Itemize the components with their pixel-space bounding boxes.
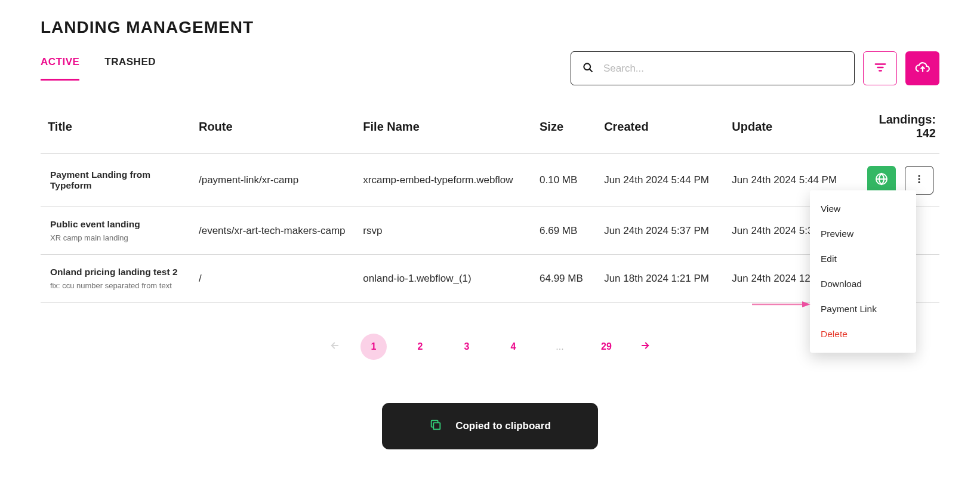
arrow-annotation-icon bbox=[752, 300, 810, 309]
col-file: File Name bbox=[357, 102, 534, 154]
row-created: Jun 24th 2024 5:37 PM bbox=[598, 207, 726, 255]
row-subtitle: fix: ccu number separated from text bbox=[50, 281, 187, 290]
page-title: LANDING MANAGEMENT bbox=[41, 18, 939, 37]
search-icon bbox=[582, 61, 594, 76]
tab-trashed[interactable]: TRASHED bbox=[104, 56, 156, 81]
svg-point-7 bbox=[919, 175, 920, 177]
page-1[interactable]: 1 bbox=[360, 334, 387, 360]
row-size: 0.10 MB bbox=[534, 154, 598, 207]
col-title: Title bbox=[41, 102, 193, 154]
copy-icon bbox=[429, 418, 442, 434]
col-created: Created bbox=[598, 102, 726, 154]
filter-button[interactable] bbox=[863, 51, 897, 85]
menu-delete[interactable]: Delete bbox=[810, 322, 916, 347]
svg-point-8 bbox=[919, 178, 920, 180]
right-controls bbox=[571, 51, 939, 85]
row-file: onland-io-1.webflow_(1) bbox=[357, 255, 534, 303]
row-route: /events/xr-art-tech-makers-camp bbox=[193, 207, 357, 255]
page-2[interactable]: 2 bbox=[407, 334, 433, 360]
page-last[interactable]: 29 bbox=[593, 334, 620, 360]
menu-view[interactable]: View bbox=[810, 196, 916, 221]
dots-vertical-icon bbox=[914, 174, 924, 187]
page-next[interactable] bbox=[640, 340, 651, 353]
globe-icon bbox=[874, 172, 889, 189]
svg-rect-14 bbox=[434, 423, 440, 429]
context-menu: View Preview Edit Download Payment Link … bbox=[810, 190, 916, 353]
table-row: Public event landing XR camp main landin… bbox=[41, 207, 939, 255]
menu-preview[interactable]: Preview bbox=[810, 221, 916, 246]
row-title: Payment Landing from Typeform bbox=[50, 169, 187, 191]
tab-active[interactable]: ACTIVE bbox=[41, 56, 79, 81]
toast: Copied to clipboard bbox=[382, 403, 598, 449]
page-ellipsis: ... bbox=[547, 334, 573, 360]
page-4[interactable]: 4 bbox=[500, 334, 526, 360]
toolbar-row: ACTIVE TRASHED bbox=[41, 51, 939, 85]
tabs: ACTIVE TRASHED bbox=[41, 56, 156, 81]
menu-payment-link[interactable]: Payment Link bbox=[810, 297, 916, 322]
search-input[interactable] bbox=[603, 63, 843, 75]
row-size: 64.99 MB bbox=[534, 255, 598, 303]
cloud-upload-icon bbox=[915, 60, 930, 78]
upload-button[interactable] bbox=[905, 51, 939, 85]
row-size: 6.69 MB bbox=[534, 207, 598, 255]
page-prev bbox=[329, 340, 340, 353]
table-row: Payment Landing from Typeform /payment-l… bbox=[41, 154, 939, 207]
row-subtitle: XR camp main landing bbox=[50, 233, 187, 242]
svg-line-1 bbox=[590, 69, 593, 72]
col-update: Update bbox=[726, 102, 853, 154]
toast-text: Copied to clipboard bbox=[455, 420, 551, 432]
row-title: Onland pricing landing test 2 bbox=[50, 267, 187, 278]
row-route: /payment-link/xr-camp bbox=[193, 154, 357, 207]
col-landings-count: Landings: 142 bbox=[853, 102, 939, 154]
menu-edit[interactable]: Edit bbox=[810, 246, 916, 272]
row-file: xrcamp-embed-typeform.webflow bbox=[357, 154, 534, 207]
menu-download[interactable]: Download bbox=[810, 272, 916, 297]
search-box[interactable] bbox=[571, 51, 855, 85]
page-3[interactable]: 3 bbox=[454, 334, 480, 360]
row-created: Jun 24th 2024 5:44 PM bbox=[598, 154, 726, 207]
row-file: rsvp bbox=[357, 207, 534, 255]
row-created: Jun 18th 2024 1:21 PM bbox=[598, 255, 726, 303]
svg-point-9 bbox=[919, 181, 920, 183]
table-row: Onland pricing landing test 2 fix: ccu n… bbox=[41, 255, 939, 303]
col-size: Size bbox=[534, 102, 598, 154]
col-route: Route bbox=[193, 102, 357, 154]
landings-table: Title Route File Name Size Created Updat… bbox=[41, 102, 939, 303]
pagination: 1 2 3 4 ... 29 bbox=[41, 334, 939, 360]
row-title: Public event landing bbox=[50, 219, 187, 230]
row-route: / bbox=[193, 255, 357, 303]
svg-marker-13 bbox=[802, 301, 810, 307]
svg-point-0 bbox=[584, 63, 590, 70]
filter-icon bbox=[874, 61, 887, 76]
